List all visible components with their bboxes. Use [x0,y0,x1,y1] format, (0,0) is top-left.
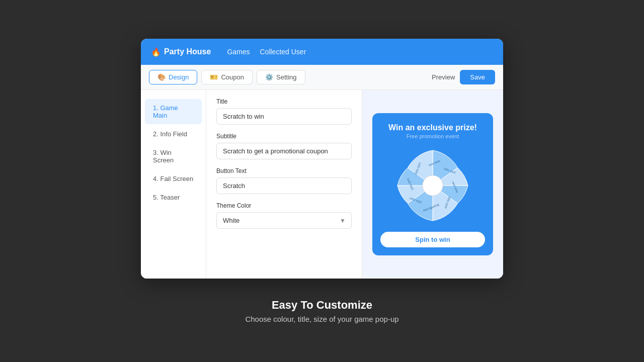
tab-coupon-label: Coupon [221,73,244,81]
game-card-subtitle: Free promotion event [407,133,459,139]
subtitle-label: Subtitle [216,133,352,140]
spin-button[interactable]: Spin to win [380,232,485,247]
tab-bar: 🎨 Design 🎫 Coupon ⚙️ Setting Preview Sav… [141,65,503,90]
theme-color-label: Theme Color [216,202,352,209]
tab-actions: Preview Save [432,70,495,84]
subtitle-input[interactable] [216,143,352,159]
theme-color-select[interactable]: White Blue Dark Green [216,212,352,229]
sidebar-item-info-field[interactable]: 2. Info Field [145,125,202,143]
top-nav: 🔥 Party House Games Collected User [141,39,503,65]
main-layout: 1. Game Main 2. Info Field 3. Win Screen… [141,90,503,279]
tab-setting-label: Setting [276,73,296,81]
wheel-container: 10% OFF next time 50% OFF Brandful pay 1… [392,145,473,226]
tab-design-label: Design [169,73,189,81]
tab-group: 🎨 Design 🎫 Coupon ⚙️ Setting [149,70,305,84]
design-icon: 🎨 [157,73,166,81]
wheel-pointer-icon [429,141,437,149]
preview-button[interactable]: Preview [432,73,455,81]
coupon-icon: 🎫 [210,73,218,81]
theme-color-wrapper: White Blue Dark Green ▼ [216,212,352,229]
save-button[interactable]: Save [460,70,495,84]
nav-link-collected-user[interactable]: Collected User [260,48,306,56]
sidebar-item-fail-screen[interactable]: 4. Fail Screen [145,170,202,188]
game-card: Win an exclusive prize! Free promotion e… [372,113,493,255]
brand-icon: 🔥 [151,47,161,57]
theme-color-group: Theme Color White Blue Dark Green ▼ [216,202,352,229]
svg-point-0 [423,175,443,196]
subtitle-group: Subtitle [216,133,352,159]
sidebar-item-win-screen[interactable]: 3. Win Screen [145,144,202,169]
button-text-input[interactable] [216,177,352,194]
wheel-svg: 10% OFF next time 50% OFF Brandful pay 1… [392,145,473,226]
game-card-title: Win an exclusive prize! [388,123,477,132]
sidebar-item-game-main[interactable]: 1. Game Main [145,99,202,124]
nav-links: Games Collected User [227,48,306,56]
bottom-section: Easy To Customize Choose colour, title, … [245,299,398,323]
tab-setting[interactable]: ⚙️ Setting [257,70,305,84]
title-group: Title [216,98,352,125]
app-window: 🔥 Party House Games Collected User 🎨 Des… [141,39,503,279]
setting-icon: ⚙️ [265,73,273,81]
sidebar-item-teaser[interactable]: 5. Teaser [145,189,202,206]
bottom-title: Easy To Customize [245,299,398,312]
brand: 🔥 Party House [151,47,211,57]
title-input[interactable] [216,108,352,125]
preview-panel: Win an exclusive prize! Free promotion e… [362,90,503,279]
title-label: Title [216,98,352,105]
tab-coupon[interactable]: 🎫 Coupon [201,70,253,84]
bottom-subtitle: Choose colour, title, size of your game … [245,315,398,323]
form-panel: Title Subtitle Button Text Theme Color W… [206,90,362,279]
brand-name: Party House [164,47,211,56]
sidebar: 1. Game Main 2. Info Field 3. Win Screen… [141,90,206,279]
button-text-group: Button Text [216,167,352,194]
nav-link-games[interactable]: Games [227,48,250,56]
button-text-label: Button Text [216,167,352,174]
tab-design[interactable]: 🎨 Design [149,70,197,84]
